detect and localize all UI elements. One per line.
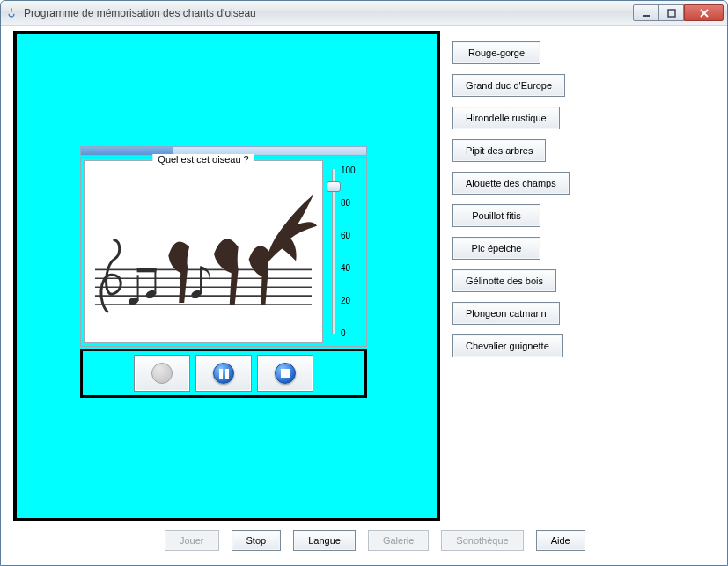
quiz-stage: Quel est cet oiseau ? <box>13 31 440 521</box>
choice-button[interactable]: Grand duc d'Europe <box>452 74 565 97</box>
choice-button[interactable]: Alouette des champs <box>452 172 570 195</box>
birds-on-staff-illustration <box>90 168 317 337</box>
tick-80: 80 <box>341 198 364 208</box>
maximize-button[interactable] <box>658 4 684 21</box>
tick-0: 0 <box>341 328 364 338</box>
pause-button[interactable] <box>195 355 252 392</box>
client-area: Quel est cet oiseau ? <box>1 26 727 565</box>
aide-button[interactable]: Aide <box>536 530 585 551</box>
slider-track <box>332 169 335 334</box>
svg-rect-0 <box>643 15 650 17</box>
choice-button[interactable]: Rouge-gorge <box>452 41 540 64</box>
stop-icon <box>275 363 296 384</box>
java-icon <box>4 6 18 20</box>
choice-button[interactable]: Pic épeiche <box>452 237 540 260</box>
quiz-image-frame: Quel est cet oiseau ? <box>84 160 323 343</box>
stop-button[interactable]: Stop <box>232 530 282 551</box>
app-window: Programme de mémorisation des chants d'o… <box>0 0 728 566</box>
choice-button[interactable]: Plongeon catmarin <box>452 302 560 325</box>
playback-controls <box>80 349 367 398</box>
tick-60: 60 <box>341 231 364 240</box>
sonotheque-button[interactable]: Sonothèque <box>441 530 523 551</box>
quiz-question: Quel est cet oiseau ? <box>152 154 254 165</box>
window-buttons <box>633 4 724 21</box>
window-title: Programme de mémorisation des chants d'o… <box>24 7 633 19</box>
langue-button[interactable]: Langue <box>293 530 356 551</box>
choice-button[interactable]: Pouillot fitis <box>452 204 540 227</box>
tick-100: 100 <box>341 165 364 175</box>
stop-playback-button[interactable] <box>257 355 313 392</box>
tick-40: 40 <box>341 263 364 273</box>
titlebar[interactable]: Programme de mémorisation des chants d'o… <box>1 1 727 26</box>
player-card: Quel est cet oiseau ? <box>80 146 367 401</box>
choice-button[interactable]: Pipit des arbres <box>452 139 546 162</box>
bird-choice-list: Rouge-gorge Grand duc d'Europe Hirondell… <box>452 31 570 523</box>
svg-rect-11 <box>137 268 157 272</box>
slider-thumb[interactable] <box>327 181 341 192</box>
tick-20: 20 <box>341 296 364 305</box>
choice-button[interactable]: Gélinotte des bois <box>452 269 556 292</box>
play-icon <box>151 363 173 384</box>
play-button[interactable] <box>134 355 190 392</box>
choice-button[interactable]: Hirondelle rustique <box>452 107 560 129</box>
volume-slider[interactable]: 100 80 60 40 20 0 <box>323 160 364 343</box>
svg-rect-9 <box>137 275 139 301</box>
svg-rect-13 <box>200 266 202 294</box>
slider-scale: 100 80 60 40 20 0 <box>341 165 364 338</box>
minimize-button[interactable] <box>633 4 658 21</box>
pause-icon <box>213 363 234 384</box>
svg-rect-1 <box>668 10 675 17</box>
command-bar: Jouer Stop Langue Galerie Sonothèque Aid… <box>13 530 720 551</box>
choice-button[interactable]: Chevalier guignette <box>452 334 563 357</box>
jouer-button[interactable]: Jouer <box>165 530 219 551</box>
close-button[interactable] <box>684 4 724 21</box>
galerie-button[interactable]: Galerie <box>368 530 429 551</box>
quiz-panel: Quel est cet oiseau ? <box>80 157 367 347</box>
